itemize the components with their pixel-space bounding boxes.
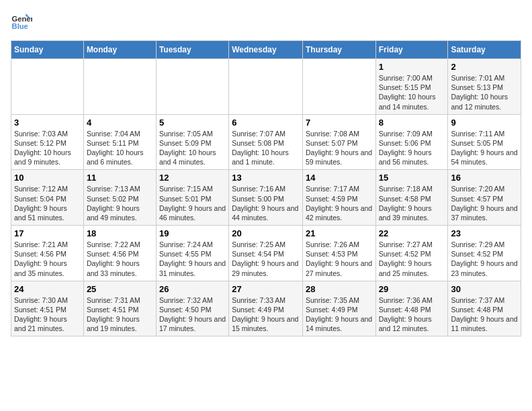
calendar-cell: 10Sunrise: 7:12 AM Sunset: 5:04 PM Dayli… [11, 170, 84, 226]
day-info: Sunrise: 7:18 AM Sunset: 4:58 PM Dayligh… [379, 184, 445, 222]
day-number: 1 [379, 62, 445, 72]
weekday-header: Friday [375, 41, 448, 59]
calendar-week-row: 10Sunrise: 7:12 AM Sunset: 5:04 PM Dayli… [11, 170, 521, 226]
day-number: 26 [159, 284, 226, 294]
calendar-cell: 19Sunrise: 7:24 AM Sunset: 4:55 PM Dayli… [156, 226, 228, 281]
day-number: 28 [306, 284, 373, 294]
header: General Blue [11, 11, 521, 32]
day-number: 17 [14, 228, 81, 238]
weekday-header: Sunday [11, 41, 84, 59]
day-number: 27 [232, 284, 300, 294]
calendar-cell: 13Sunrise: 7:16 AM Sunset: 5:00 PM Dayli… [229, 170, 303, 226]
day-info: Sunrise: 7:36 AM Sunset: 4:48 PM Dayligh… [379, 295, 445, 334]
day-info: Sunrise: 7:16 AM Sunset: 5:00 PM Dayligh… [232, 184, 300, 222]
calendar-cell: 22Sunrise: 7:27 AM Sunset: 4:52 PM Dayli… [375, 226, 448, 281]
day-info: Sunrise: 7:29 AM Sunset: 4:52 PM Dayligh… [451, 240, 518, 278]
calendar-cell: 15Sunrise: 7:18 AM Sunset: 4:58 PM Dayli… [375, 170, 448, 226]
day-info: Sunrise: 7:05 AM Sunset: 5:09 PM Dayligh… [159, 129, 226, 167]
logo: General Blue [11, 11, 32, 32]
calendar-cell [302, 59, 375, 115]
day-number: 7 [306, 118, 373, 128]
calendar-cell: 27Sunrise: 7:33 AM Sunset: 4:49 PM Dayli… [229, 281, 303, 336]
calendar-cell: 25Sunrise: 7:31 AM Sunset: 4:51 PM Dayli… [83, 281, 156, 336]
calendar-header: SundayMondayTuesdayWednesdayThursdayFrid… [11, 41, 521, 59]
day-info: Sunrise: 7:15 AM Sunset: 5:01 PM Dayligh… [159, 184, 226, 222]
calendar-cell: 9Sunrise: 7:11 AM Sunset: 5:05 PM Daylig… [448, 114, 521, 170]
calendar-cell: 20Sunrise: 7:25 AM Sunset: 4:54 PM Dayli… [229, 226, 303, 281]
calendar-cell: 1Sunrise: 7:00 AM Sunset: 5:15 PM Daylig… [375, 59, 448, 115]
calendar-cell [156, 59, 228, 115]
day-number: 23 [451, 228, 518, 238]
day-info: Sunrise: 7:33 AM Sunset: 4:49 PM Dayligh… [232, 295, 300, 334]
calendar-cell: 5Sunrise: 7:05 AM Sunset: 5:09 PM Daylig… [156, 114, 228, 170]
svg-text:Blue: Blue [12, 22, 28, 30]
day-info: Sunrise: 7:32 AM Sunset: 4:50 PM Dayligh… [159, 295, 226, 334]
calendar-cell: 6Sunrise: 7:07 AM Sunset: 5:08 PM Daylig… [229, 114, 303, 170]
calendar-body: 1Sunrise: 7:00 AM Sunset: 5:15 PM Daylig… [11, 59, 521, 336]
day-number: 4 [87, 118, 153, 128]
day-info: Sunrise: 7:13 AM Sunset: 5:02 PM Dayligh… [87, 184, 153, 222]
calendar-week-row: 24Sunrise: 7:30 AM Sunset: 4:51 PM Dayli… [11, 281, 521, 336]
day-info: Sunrise: 7:27 AM Sunset: 4:52 PM Dayligh… [379, 240, 445, 278]
day-number: 12 [159, 173, 226, 183]
day-info: Sunrise: 7:21 AM Sunset: 4:56 PM Dayligh… [14, 240, 81, 278]
day-number: 16 [451, 173, 518, 183]
day-number: 9 [451, 118, 518, 128]
calendar-cell [11, 59, 84, 115]
day-number: 29 [379, 284, 445, 294]
calendar-cell [83, 59, 156, 115]
calendar-table: SundayMondayTuesdayWednesdayThursdayFrid… [11, 40, 521, 336]
day-info: Sunrise: 7:30 AM Sunset: 4:51 PM Dayligh… [14, 295, 81, 334]
day-info: Sunrise: 7:09 AM Sunset: 5:06 PM Dayligh… [379, 129, 445, 167]
calendar-cell: 23Sunrise: 7:29 AM Sunset: 4:52 PM Dayli… [448, 226, 521, 281]
day-info: Sunrise: 7:12 AM Sunset: 5:04 PM Dayligh… [14, 184, 81, 222]
day-info: Sunrise: 7:37 AM Sunset: 4:48 PM Dayligh… [451, 295, 518, 334]
calendar-cell: 30Sunrise: 7:37 AM Sunset: 4:48 PM Dayli… [448, 281, 521, 336]
calendar-week-row: 1Sunrise: 7:00 AM Sunset: 5:15 PM Daylig… [11, 59, 521, 115]
day-number: 20 [232, 228, 300, 238]
day-info: Sunrise: 7:22 AM Sunset: 4:56 PM Dayligh… [87, 240, 153, 278]
day-number: 21 [306, 228, 373, 238]
day-number: 15 [379, 173, 445, 183]
calendar-cell: 21Sunrise: 7:26 AM Sunset: 4:53 PM Dayli… [302, 226, 375, 281]
calendar-cell: 2Sunrise: 7:01 AM Sunset: 5:13 PM Daylig… [448, 59, 521, 115]
day-info: Sunrise: 7:20 AM Sunset: 4:57 PM Dayligh… [451, 184, 518, 222]
day-number: 30 [451, 284, 518, 294]
day-info: Sunrise: 7:25 AM Sunset: 4:54 PM Dayligh… [232, 240, 300, 278]
day-number: 13 [232, 173, 300, 183]
day-info: Sunrise: 7:00 AM Sunset: 5:15 PM Dayligh… [379, 73, 445, 111]
calendar-cell: 14Sunrise: 7:17 AM Sunset: 4:59 PM Dayli… [302, 170, 375, 226]
day-number: 6 [232, 118, 300, 128]
day-number: 8 [379, 118, 445, 128]
calendar-cell: 16Sunrise: 7:20 AM Sunset: 4:57 PM Dayli… [448, 170, 521, 226]
day-number: 14 [306, 173, 373, 183]
calendar-cell: 8Sunrise: 7:09 AM Sunset: 5:06 PM Daylig… [375, 114, 448, 170]
calendar-week-row: 17Sunrise: 7:21 AM Sunset: 4:56 PM Dayli… [11, 226, 521, 281]
day-info: Sunrise: 7:31 AM Sunset: 4:51 PM Dayligh… [87, 295, 153, 334]
svg-text:General: General [12, 15, 32, 23]
day-info: Sunrise: 7:07 AM Sunset: 5:08 PM Dayligh… [232, 129, 300, 167]
day-info: Sunrise: 7:35 AM Sunset: 4:49 PM Dayligh… [306, 295, 373, 334]
day-number: 18 [87, 228, 153, 238]
day-number: 5 [159, 118, 226, 128]
day-info: Sunrise: 7:08 AM Sunset: 5:07 PM Dayligh… [306, 129, 373, 167]
weekday-header: Saturday [448, 41, 521, 59]
weekday-header: Monday [83, 41, 156, 59]
day-info: Sunrise: 7:24 AM Sunset: 4:55 PM Dayligh… [159, 240, 226, 278]
calendar-cell: 17Sunrise: 7:21 AM Sunset: 4:56 PM Dayli… [11, 226, 84, 281]
calendar-cell: 4Sunrise: 7:04 AM Sunset: 5:11 PM Daylig… [83, 114, 156, 170]
day-info: Sunrise: 7:11 AM Sunset: 5:05 PM Dayligh… [451, 129, 518, 167]
day-info: Sunrise: 7:26 AM Sunset: 4:53 PM Dayligh… [306, 240, 373, 278]
calendar-cell: 12Sunrise: 7:15 AM Sunset: 5:01 PM Dayli… [156, 170, 228, 226]
weekday-header: Tuesday [156, 41, 228, 59]
calendar-cell: 18Sunrise: 7:22 AM Sunset: 4:56 PM Dayli… [83, 226, 156, 281]
day-number: 2 [451, 62, 518, 72]
day-number: 22 [379, 228, 445, 238]
calendar-cell: 3Sunrise: 7:03 AM Sunset: 5:12 PM Daylig… [11, 114, 84, 170]
calendar-cell: 28Sunrise: 7:35 AM Sunset: 4:49 PM Dayli… [302, 281, 375, 336]
day-number: 11 [87, 173, 153, 183]
day-info: Sunrise: 7:01 AM Sunset: 5:13 PM Dayligh… [451, 73, 518, 111]
day-info: Sunrise: 7:04 AM Sunset: 5:11 PM Dayligh… [87, 129, 153, 167]
logo-icon: General Blue [11, 11, 32, 32]
weekday-header: Thursday [302, 41, 375, 59]
